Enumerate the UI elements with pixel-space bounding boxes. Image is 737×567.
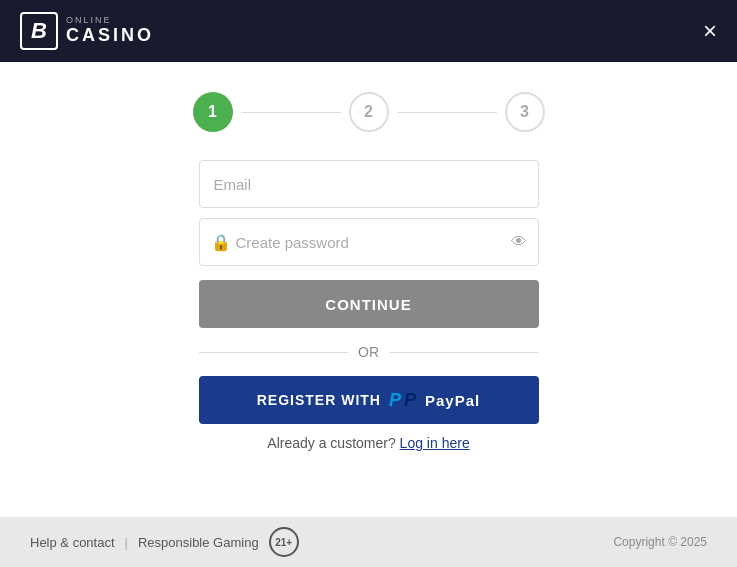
- copyright-text: Copyright © 2025: [613, 535, 707, 549]
- login-link[interactable]: Log in here: [400, 435, 470, 451]
- step-1-circle: 1: [193, 92, 233, 132]
- register-with-text: REGISTER WITH: [257, 392, 381, 408]
- top-bar: B ONLINE CASINO ×: [0, 0, 737, 62]
- continue-button[interactable]: CONTINUE: [199, 280, 539, 328]
- step-line-2: [397, 112, 497, 113]
- password-wrapper: 🔒 👁: [199, 218, 539, 266]
- footer-left: Help & contact | Responsible Gaming 21+: [30, 527, 299, 557]
- steps-container: 1 2 3: [193, 92, 545, 132]
- age-label: 21+: [275, 537, 292, 548]
- step-3-circle: 3: [505, 92, 545, 132]
- footer: Help & contact | Responsible Gaming 21+ …: [0, 517, 737, 567]
- step-2-label: 2: [364, 103, 373, 121]
- paypal-register-button[interactable]: REGISTER WITH P P PayPal: [199, 376, 539, 424]
- step-line-1: [241, 112, 341, 113]
- footer-right: Copyright © 2025: [613, 535, 707, 549]
- already-customer-text: Already a customer? Log in here: [267, 435, 469, 451]
- logo-letter: B: [31, 18, 47, 44]
- paypal-logo: P P: [389, 390, 417, 411]
- help-contact-link[interactable]: Help & contact: [30, 535, 115, 550]
- step-3-label: 3: [520, 103, 529, 121]
- responsible-gaming-link[interactable]: Responsible Gaming: [138, 535, 259, 550]
- or-divider: OR: [199, 344, 539, 360]
- lock-icon: 🔒: [211, 233, 231, 252]
- form-area: 🔒 👁 CONTINUE OR REGISTER WITH P P PayPal: [199, 160, 539, 452]
- eye-icon[interactable]: 👁: [511, 233, 527, 251]
- close-button[interactable]: ×: [703, 19, 717, 43]
- logo-icon: B: [20, 12, 58, 50]
- or-text: OR: [358, 344, 379, 360]
- or-line-left: [199, 352, 349, 353]
- logo-text-area: ONLINE CASINO: [66, 16, 154, 46]
- paypal-p-icon: P: [389, 390, 402, 411]
- step-2-circle: 2: [349, 92, 389, 132]
- age-badge: 21+: [269, 527, 299, 557]
- already-text: Already a customer?: [267, 435, 395, 451]
- or-line-right: [389, 352, 539, 353]
- paypal-p-dark-icon: P: [404, 390, 417, 411]
- email-input[interactable]: [199, 160, 539, 208]
- logo-casino-text: CASINO: [66, 26, 154, 46]
- step-1-label: 1: [208, 103, 217, 121]
- password-input[interactable]: [199, 218, 539, 266]
- modal: B ONLINE CASINO × 1 2 3: [0, 0, 737, 567]
- footer-separator: |: [125, 535, 128, 550]
- paypal-word: PayPal: [425, 392, 480, 409]
- logo-area: B ONLINE CASINO: [20, 12, 154, 50]
- already-area: Already a customer? Log in here: [199, 434, 539, 452]
- main-content: 1 2 3 🔒 👁 CONTINUE OR: [0, 62, 737, 517]
